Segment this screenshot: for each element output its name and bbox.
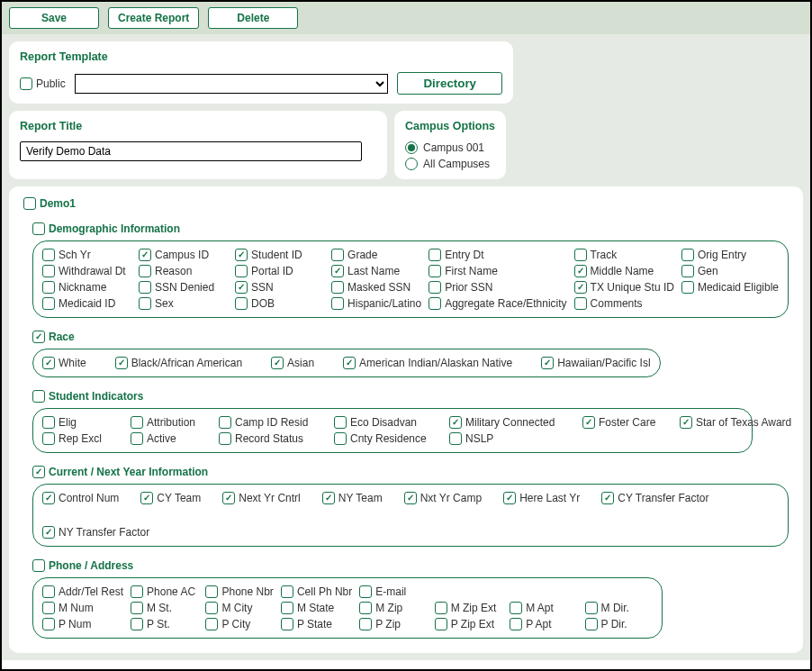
option-checkbox[interactable]: ✓Asian <box>271 357 314 369</box>
option-checkbox[interactable]: Attribution <box>131 416 212 429</box>
option-checkbox[interactable]: P Zip <box>359 618 427 630</box>
option-checkbox[interactable]: Hispanic/Latino <box>331 297 421 310</box>
student-indicators-section: Student Indicators EligAttributionCamp I… <box>32 390 789 453</box>
directory-button[interactable]: Directory <box>397 72 502 95</box>
option-checkbox[interactable]: Nickname <box>42 281 131 294</box>
option-checkbox[interactable]: Portal ID <box>235 265 324 277</box>
option-checkbox[interactable]: P Num <box>42 618 123 630</box>
option-checkbox[interactable]: M Num <box>42 602 123 614</box>
option-checkbox[interactable]: ✓NY Team <box>322 492 383 504</box>
option-checkbox[interactable]: Cell Ph Nbr <box>281 585 352 598</box>
option-checkbox[interactable]: M Zip Ext <box>435 602 502 614</box>
option-label: P State <box>297 618 332 630</box>
report-title-input[interactable] <box>20 141 362 161</box>
option-checkbox[interactable]: ✓Campus ID <box>139 249 228 261</box>
campus-options-title: Campus Options <box>405 120 495 132</box>
option-checkbox[interactable]: M Apt <box>510 602 577 614</box>
option-checkbox[interactable]: ✓CY Team <box>140 492 201 504</box>
option-checkbox[interactable]: Elig <box>42 416 123 429</box>
option-checkbox[interactable]: Eco Disadvan <box>334 416 442 429</box>
public-label: Public <box>36 77 66 90</box>
option-checkbox[interactable]: ✓Military Connected <box>449 416 575 429</box>
option-checkbox[interactable]: ✓SSN <box>235 281 324 294</box>
option-checkbox[interactable]: Active <box>131 432 212 445</box>
option-checkbox[interactable]: ✓Foster Care <box>582 416 672 429</box>
option-checkbox[interactable]: M Dir. <box>585 602 653 614</box>
all-campuses-radio[interactable]: All Campuses <box>405 158 495 170</box>
option-checkbox[interactable]: Prior SSN <box>429 281 566 294</box>
option-checkbox[interactable]: NSLP <box>449 432 575 445</box>
template-select[interactable] <box>75 74 389 94</box>
option-checkbox[interactable]: Sch Yr <box>42 249 131 261</box>
option-checkbox[interactable]: P Dir. <box>585 618 653 630</box>
checkbox-icon: ✓ <box>235 249 248 261</box>
option-checkbox[interactable]: ✓American Indian/Alaskan Native <box>343 357 512 369</box>
option-checkbox[interactable]: Medicaid ID <box>42 297 131 310</box>
option-checkbox[interactable]: P Zip Ext <box>435 618 502 630</box>
option-checkbox[interactable]: ✓Control Num <box>42 492 119 504</box>
si-header-checkbox[interactable]: Student Indicators <box>32 390 789 403</box>
option-checkbox[interactable]: P St. <box>131 618 198 630</box>
option-checkbox[interactable]: Track <box>574 249 674 261</box>
option-checkbox[interactable]: Reason <box>139 265 228 277</box>
option-checkbox[interactable]: Medicaid Eligible <box>681 281 779 294</box>
option-label: M Num <box>59 602 94 614</box>
option-checkbox[interactable]: P City <box>205 618 273 630</box>
delete-button[interactable]: Delete <box>208 7 298 29</box>
option-checkbox[interactable]: ✓NY Transfer Factor <box>42 526 149 539</box>
checkbox-icon <box>359 585 372 598</box>
option-checkbox[interactable]: Entry Dt <box>429 249 566 261</box>
option-checkbox[interactable]: ✓Student ID <box>235 249 324 261</box>
option-checkbox[interactable]: P Apt <box>510 618 577 630</box>
option-checkbox[interactable]: M State <box>281 602 352 614</box>
option-checkbox[interactable]: E-mail <box>359 585 427 598</box>
option-checkbox[interactable]: Sex <box>139 297 228 310</box>
option-checkbox[interactable]: Gen <box>681 265 779 277</box>
demographic-header-checkbox[interactable]: Demographic Information <box>32 222 789 235</box>
option-checkbox[interactable]: Phone AC <box>131 585 198 598</box>
option-checkbox[interactable]: ✓White <box>42 357 86 369</box>
option-checkbox[interactable]: Grade <box>331 249 421 261</box>
option-checkbox[interactable]: Withdrawal Dt <box>42 265 131 277</box>
option-checkbox[interactable]: Aggregate Race/Ethnicity <box>429 297 566 310</box>
report-template-panel: Report Template Public Directory <box>9 41 513 104</box>
option-checkbox[interactable]: Comments <box>574 297 674 310</box>
option-checkbox[interactable]: P State <box>281 618 352 630</box>
option-checkbox[interactable]: ✓Star of Texas Award <box>680 416 791 429</box>
race-header-checkbox[interactable]: ✓ Race <box>32 331 789 343</box>
option-checkbox[interactable]: Orig Entry <box>681 249 779 261</box>
option-checkbox[interactable]: ✓Middle Name <box>574 265 674 277</box>
option-checkbox[interactable]: DOB <box>235 297 324 310</box>
option-checkbox[interactable]: Rep Excl <box>42 432 123 445</box>
option-checkbox[interactable]: ✓Black/African American <box>115 357 242 369</box>
option-checkbox[interactable]: M Zip <box>359 602 427 614</box>
option-label: P City <box>221 618 250 630</box>
option-checkbox[interactable]: ✓CY Transfer Factor <box>601 492 708 504</box>
option-checkbox[interactable]: Phone Nbr <box>205 585 273 598</box>
save-button[interactable]: Save <box>9 7 99 29</box>
option-checkbox[interactable]: M City <box>205 602 273 614</box>
option-checkbox[interactable]: ✓Last Name <box>331 265 421 277</box>
option-checkbox[interactable]: Addr/Tel Rest <box>42 585 123 598</box>
option-checkbox[interactable]: Camp ID Resid <box>219 416 327 429</box>
option-checkbox[interactable]: ✓Hawaiian/Pacific Isl <box>541 357 650 369</box>
option-checkbox[interactable]: ✓Nxt Yr Camp <box>404 492 482 504</box>
option-checkbox[interactable]: ✓Next Yr Cntrl <box>222 492 300 504</box>
option-checkbox[interactable]: Record Status <box>219 432 327 445</box>
option-checkbox[interactable]: M St. <box>131 602 198 614</box>
demo1-checkbox[interactable]: Demo1 <box>23 197 789 210</box>
option-label: Eco Disadvan <box>350 416 417 429</box>
option-checkbox[interactable]: SSN Denied <box>139 281 228 294</box>
option-checkbox[interactable]: ✓Here Last Yr <box>503 492 580 504</box>
cy-header-checkbox[interactable]: ✓ Current / Next Year Information <box>32 466 789 478</box>
option-checkbox[interactable]: ✓TX Unique Stu ID <box>574 281 674 294</box>
option-label: NY Transfer Factor <box>59 526 149 539</box>
phone-header-checkbox[interactable]: Phone / Address <box>32 559 789 572</box>
create-report-button[interactable]: Create Report <box>108 7 199 29</box>
option-checkbox[interactable]: First Name <box>429 265 566 277</box>
option-checkbox[interactable]: Masked SSN <box>331 281 421 294</box>
option-label: Campus ID <box>155 249 209 261</box>
campus-001-radio[interactable]: Campus 001 <box>405 141 495 154</box>
option-checkbox[interactable]: Cnty Residence <box>334 432 442 445</box>
public-checkbox[interactable]: Public <box>20 77 66 90</box>
